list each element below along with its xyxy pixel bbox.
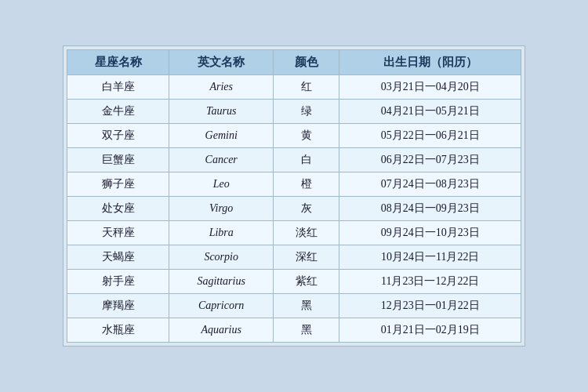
cell-english-name: Virgo: [169, 197, 274, 221]
cell-color: 淡红: [274, 221, 339, 245]
table-row: 天蝎座Scorpio深红10月24日一11月22日: [67, 245, 521, 270]
zodiac-table: 星座名称 英文名称 颜色 出生日期（阳历） 白羊座Aries红03月21日一04…: [67, 49, 521, 343]
table-header-row: 星座名称 英文名称 颜色 出生日期（阳历）: [67, 50, 521, 75]
cell-english-name: Aries: [169, 75, 274, 100]
cell-date: 10月24日一11月22日: [339, 245, 521, 270]
zodiac-table-container: 星座名称 英文名称 颜色 出生日期（阳历） 白羊座Aries红03月21日一04…: [63, 45, 525, 347]
cell-color: 黄: [274, 124, 339, 148]
header-chinese-name: 星座名称: [67, 50, 169, 75]
cell-color: 深红: [274, 245, 339, 270]
table-row: 巨蟹座Cancer白06月22日一07月23日: [67, 148, 521, 172]
cell-date: 11月23日一12月22日: [339, 270, 521, 294]
table-row: 射手座Sagittarius紫红11月23日一12月22日: [67, 270, 521, 294]
cell-english-name: Libra: [169, 221, 274, 245]
cell-color: 白: [274, 148, 339, 172]
cell-date: 04月21日一05月21日: [339, 100, 521, 124]
cell-color: 黑: [274, 318, 339, 343]
cell-date: 08月24日一09月23日: [339, 197, 521, 221]
cell-english-name: Aquarius: [169, 318, 274, 343]
cell-english-name: Leo: [169, 172, 274, 197]
cell-color: 紫红: [274, 270, 339, 294]
cell-english-name: Cancer: [169, 148, 274, 172]
cell-color: 黑: [274, 294, 339, 318]
table-row: 白羊座Aries红03月21日一04月20日: [67, 75, 521, 100]
cell-color: 红: [274, 75, 339, 100]
cell-chinese-name: 白羊座: [67, 75, 169, 100]
cell-date: 06月22日一07月23日: [339, 148, 521, 172]
table-row: 狮子座Leo橙07月24日一08月23日: [67, 172, 521, 197]
cell-chinese-name: 双子座: [67, 124, 169, 148]
cell-chinese-name: 处女座: [67, 197, 169, 221]
cell-chinese-name: 摩羯座: [67, 294, 169, 318]
table-row: 天秤座Libra淡红09月24日一10月23日: [67, 221, 521, 245]
cell-date: 03月21日一04月20日: [339, 75, 521, 100]
cell-english-name: Sagittarius: [169, 270, 274, 294]
table-row: 处女座Virgo灰08月24日一09月23日: [67, 197, 521, 221]
cell-chinese-name: 金牛座: [67, 100, 169, 124]
cell-english-name: Taurus: [169, 100, 274, 124]
cell-date: 05月22日一06月21日: [339, 124, 521, 148]
table-row: 双子座Gemini黄05月22日一06月21日: [67, 124, 521, 148]
table-row: 金牛座Taurus绿04月21日一05月21日: [67, 100, 521, 124]
cell-chinese-name: 水瓶座: [67, 318, 169, 343]
table-row: 水瓶座Aquarius黑01月21日一02月19日: [67, 318, 521, 343]
header-english-name: 英文名称: [169, 50, 274, 75]
cell-chinese-name: 射手座: [67, 270, 169, 294]
cell-chinese-name: 狮子座: [67, 172, 169, 197]
cell-date: 09月24日一10月23日: [339, 221, 521, 245]
cell-date: 12月23日一01月22日: [339, 294, 521, 318]
table-body: 白羊座Aries红03月21日一04月20日金牛座Taurus绿04月21日一0…: [67, 75, 521, 343]
cell-date: 01月21日一02月19日: [339, 318, 521, 343]
cell-color: 灰: [274, 197, 339, 221]
header-color: 颜色: [274, 50, 339, 75]
cell-color: 橙: [274, 172, 339, 197]
cell-english-name: Scorpio: [169, 245, 274, 270]
cell-english-name: Capricorn: [169, 294, 274, 318]
cell-english-name: Gemini: [169, 124, 274, 148]
cell-chinese-name: 巨蟹座: [67, 148, 169, 172]
cell-chinese-name: 天蝎座: [67, 245, 169, 270]
cell-date: 07月24日一08月23日: [339, 172, 521, 197]
table-row: 摩羯座Capricorn黑12月23日一01月22日: [67, 294, 521, 318]
header-date: 出生日期（阳历）: [339, 50, 521, 75]
cell-chinese-name: 天秤座: [67, 221, 169, 245]
cell-color: 绿: [274, 100, 339, 124]
